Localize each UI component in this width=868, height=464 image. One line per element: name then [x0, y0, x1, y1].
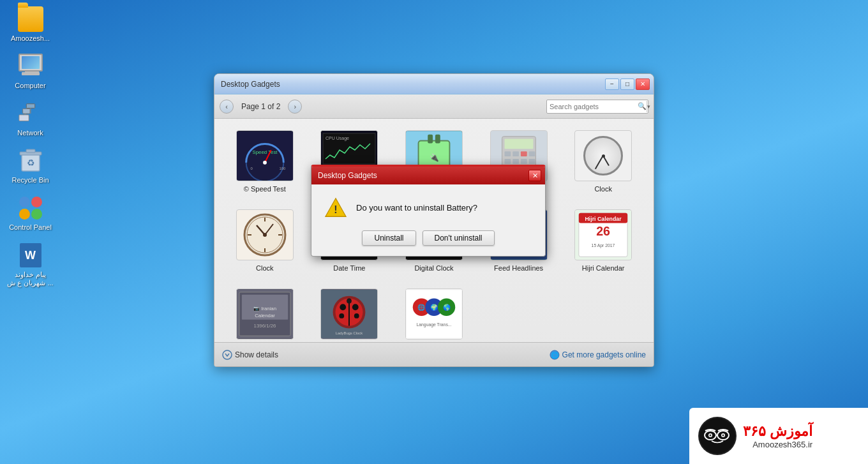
svg-text:!: ! [334, 204, 337, 215]
dialog-titlebar: Desktop Gadgets ✕ [311, 167, 545, 184]
dialog-message-row: ! Do you want to uninstall Battery? [324, 197, 532, 218]
dialog-overlay: Desktop Gadgets ✕ ! Do you want to unins… [0, 0, 868, 464]
dialog-title: Desktop Gadgets [318, 171, 377, 180]
dont-uninstall-button[interactable]: Don't uninstall [423, 230, 495, 246]
dialog-close-button[interactable]: ✕ [528, 170, 541, 181]
dialog-message-text: Do you want to uninstall Battery? [356, 203, 477, 213]
dialog-box: Desktop Gadgets ✕ ! Do you want to unins… [311, 165, 546, 257]
dialog-buttons: Uninstall Don't uninstall [324, 230, 532, 246]
dialog-body: ! Do you want to uninstall Battery? Unin… [311, 184, 545, 256]
uninstall-button[interactable]: Uninstall [362, 230, 415, 246]
warning-icon: ! [324, 197, 347, 218]
